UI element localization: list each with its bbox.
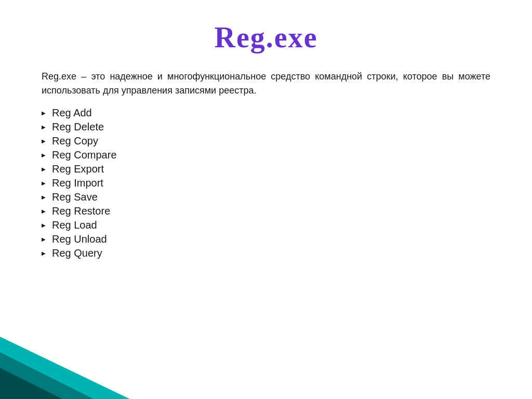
list-item: Reg Copy [42,135,490,147]
list-item: Reg Query [42,247,490,259]
list-item: Reg Compare [42,149,490,161]
list-item: Reg Save [42,191,490,203]
deco-shape-3 [0,368,62,399]
list-item: Reg Load [42,219,490,231]
bottom-decoration [0,331,145,399]
list-item: Reg Unload [42,233,490,245]
list-item: Reg Export [42,163,490,175]
list-item: Reg Import [42,177,490,189]
page-title: Reg.exe [42,21,490,54]
list-item: Reg Add [42,107,490,119]
items-list: Reg AddReg DeleteReg CopyReg CompareReg … [42,107,490,259]
description-text: Reg.exe – это надежное и многофункционал… [42,70,490,98]
slide: Reg.exe Reg.exe – это надежное и многофу… [0,0,532,399]
list-item: Reg Restore [42,205,490,217]
list-item: Reg Delete [42,121,490,133]
